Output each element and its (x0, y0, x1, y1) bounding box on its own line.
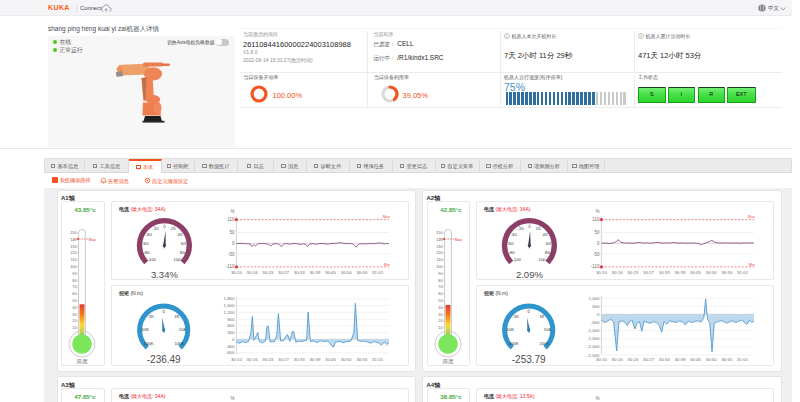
svg-text:30: 30 (438, 313, 442, 317)
svg-text:80: 80 (72, 279, 76, 283)
svg-text:90: 90 (438, 272, 442, 276)
svg-text:-236.49: -236.49 (146, 353, 180, 364)
svg-text:温度: 温度 (77, 358, 89, 365)
svg-text:-253.79: -253.79 (512, 353, 546, 364)
svg-text:0: 0 (597, 311, 600, 316)
svg-text:140: 140 (70, 238, 76, 242)
svg-text:31:01: 31:01 (737, 356, 749, 361)
svg-text:40: 40 (438, 306, 442, 310)
svg-text:-20: -20 (517, 226, 524, 231)
svg-text:30:33: 30:33 (659, 356, 671, 361)
svg-text:-1,000: -1,000 (587, 328, 600, 333)
svg-text:-1K: -1K (147, 314, 154, 319)
svg-text:-300: -300 (225, 343, 234, 348)
svg-text:50: 50 (229, 230, 235, 235)
svg-text:110: 110 (227, 217, 235, 222)
svg-text:30: 30 (72, 313, 76, 317)
svg-text:30:50: 30:50 (340, 356, 352, 361)
svg-text:-60: -60 (142, 241, 149, 246)
svg-text:-40: -40 (511, 232, 518, 237)
svg-text:Max: Max (748, 214, 755, 219)
svg-text:30:45: 30:45 (690, 270, 702, 275)
svg-text:电流 (最大电流: 34A): 电流 (最大电流: 34A) (484, 206, 531, 213)
svg-text:20: 20 (72, 319, 76, 323)
svg-text:30:10: 30:10 (230, 270, 242, 275)
svg-text:30:23: 30:23 (627, 270, 639, 275)
svg-text:0: 0 (231, 241, 234, 246)
svg-text:1,000: 1,000 (589, 295, 601, 300)
svg-text:0: 0 (163, 224, 166, 229)
svg-text:100: 100 (436, 265, 442, 269)
svg-text:31:01: 31:01 (737, 270, 749, 275)
svg-text:40: 40 (543, 232, 548, 237)
svg-text:0: 0 (597, 241, 600, 246)
svg-text:42.85°c: 42.85°c (440, 206, 462, 213)
svg-text:30:10: 30:10 (230, 356, 242, 361)
svg-text:%: % (230, 209, 234, 214)
svg-text:-100: -100 (147, 257, 156, 262)
svg-text:30:45: 30:45 (690, 356, 702, 361)
svg-text:140: 140 (436, 238, 442, 242)
svg-text:扭矩 (N.m): 扭矩 (N.m) (118, 290, 143, 296)
svg-text:47.85°c: 47.85°c (74, 393, 96, 400)
svg-text:80: 80 (438, 279, 442, 283)
svg-text:30:45: 30:45 (325, 356, 337, 361)
svg-text:0: 0 (528, 308, 531, 313)
svg-text:3.34%: 3.34% (150, 269, 177, 280)
svg-text:50: 50 (72, 299, 76, 303)
svg-text:60: 60 (180, 241, 185, 246)
svg-text:30:33: 30:33 (659, 270, 671, 275)
svg-text:43.85°c: 43.85°c (74, 206, 96, 213)
svg-text:0: 0 (232, 336, 235, 341)
svg-text:80: 80 (179, 250, 184, 255)
svg-text:-80: -80 (143, 250, 150, 255)
svg-text:30:16: 30:16 (612, 356, 624, 361)
svg-text:30:50: 30:50 (706, 270, 718, 275)
svg-text:Min: Min (749, 262, 755, 267)
svg-text:150: 150 (436, 231, 442, 235)
svg-text:30:39: 30:39 (674, 270, 686, 275)
svg-text:-1,500: -1,500 (587, 336, 600, 341)
svg-text:电流 (最大电流: 34A): 电流 (最大电流: 34A) (119, 393, 166, 400)
svg-text:100: 100 (539, 257, 547, 262)
svg-text:20: 20 (536, 226, 541, 231)
svg-text:扭矩 (N.m): 扭矩 (N.m) (483, 290, 508, 296)
svg-text:-20: -20 (152, 226, 159, 231)
svg-text:-100K: -100K (142, 341, 154, 346)
svg-text:1K: 1K (174, 314, 179, 319)
svg-text:30:55: 30:55 (356, 356, 368, 361)
svg-text:-60: -60 (507, 241, 514, 246)
svg-text:30:10: 30:10 (596, 270, 608, 275)
svg-text:Max: Max (89, 238, 96, 242)
svg-text:-50: -50 (593, 252, 600, 257)
svg-text:30:39: 30:39 (309, 270, 321, 275)
svg-text:电流 (最大电流: 13.5A): 电流 (最大电流: 13.5A) (484, 393, 535, 400)
svg-text:1K: 1K (539, 314, 544, 319)
svg-text:-10K: -10K (140, 327, 149, 332)
svg-text:1,500: 1,500 (223, 303, 235, 308)
svg-text:温度: 温度 (442, 358, 454, 365)
svg-text:110: 110 (592, 217, 600, 222)
svg-text:-500: -500 (591, 320, 600, 325)
svg-text:150: 150 (70, 231, 76, 235)
svg-text:31:01: 31:01 (372, 356, 384, 361)
svg-text:20: 20 (170, 226, 175, 231)
svg-text:1,800: 1,800 (223, 296, 235, 301)
svg-text:30:27: 30:27 (278, 356, 290, 361)
svg-text:30:27: 30:27 (643, 270, 655, 275)
svg-text:300: 300 (227, 330, 235, 335)
svg-text:30:16: 30:16 (246, 270, 258, 275)
svg-text:30:45: 30:45 (325, 270, 337, 275)
svg-text:30:27: 30:27 (643, 356, 655, 361)
svg-text:60: 60 (72, 292, 76, 296)
svg-text:50: 50 (438, 299, 442, 303)
svg-text:电流 (最大电流: 34A): 电流 (最大电流: 34A) (119, 206, 166, 213)
svg-text:130: 130 (436, 245, 442, 249)
svg-text:31:01: 31:01 (372, 270, 384, 275)
svg-text:120: 120 (436, 251, 442, 255)
svg-text:-80: -80 (508, 250, 515, 255)
svg-text:50: 50 (594, 230, 600, 235)
svg-text:38.85°c: 38.85°c (440, 393, 462, 400)
svg-text:60: 60 (546, 241, 551, 246)
svg-text:30:10: 30:10 (596, 356, 608, 361)
